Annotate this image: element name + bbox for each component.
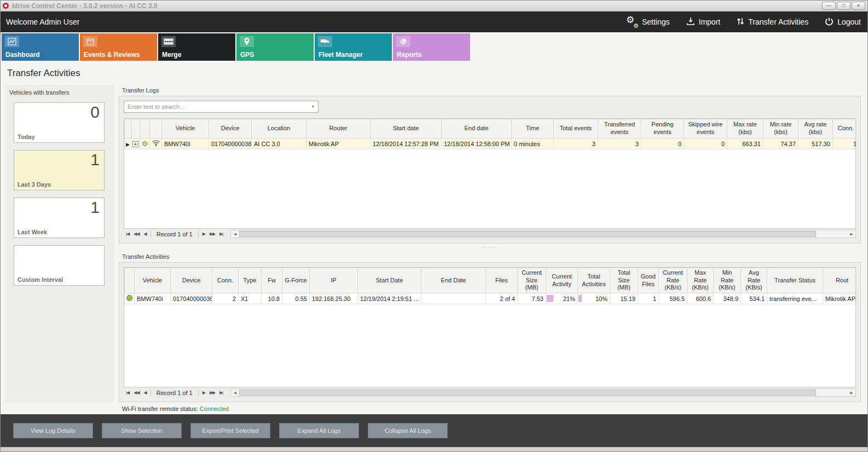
acts-col-status (125, 268, 135, 293)
logs-col-transferred-events[interactable]: Transferred events (598, 119, 641, 138)
acts-col-current-size[interactable]: Current Size (MB) (518, 268, 546, 293)
horizontal-scrollbar[interactable]: ◀ ▶ (230, 389, 856, 397)
tile-merge[interactable]: Merge (158, 33, 235, 61)
acts-col-vehicle[interactable]: Vehicle (135, 268, 171, 293)
logs-col-conn[interactable]: Conn. (833, 119, 857, 138)
acts-col-current-rate[interactable]: Current Rate (KB/s) (659, 268, 687, 293)
logs-col-device[interactable]: Device (209, 119, 252, 138)
table-row[interactable]: ▶ + ⚙ BMW740i 017040000038 AI CC 3.0 Mik… (125, 138, 857, 149)
logs-col-avg-rate[interactable]: Avg rate (kbs) (798, 119, 833, 138)
logs-col-end-date[interactable]: End date (442, 119, 512, 138)
next-record-button[interactable]: ▶ (200, 390, 207, 395)
acts-col-type[interactable]: Type (239, 268, 262, 293)
acts-col-files[interactable]: Files (486, 268, 518, 293)
acts-col-total-size[interactable]: Total Size (MB) (610, 268, 638, 293)
cell-device: 017040000038 (171, 293, 212, 304)
next-record-button[interactable]: ▶ (200, 231, 207, 236)
acts-col-transfer-status[interactable]: Transfer Status (767, 268, 823, 293)
transfer-activities-panel: Vehicle Device Conn. Type Fw G-Force IP … (119, 262, 861, 402)
expand-cell: + (131, 138, 140, 149)
next-page-button[interactable]: ▶▶ (207, 231, 217, 236)
acts-col-router[interactable]: Rout (823, 268, 857, 293)
cell-min-rate: 348.9 (714, 293, 741, 304)
first-record-button[interactable]: |◀ (124, 390, 131, 395)
card-last-3-days-label: Last 3 Days (18, 181, 51, 188)
card-custom-interval[interactable]: Custom Interval (14, 245, 105, 286)
cell-ip: 192.168.25.30 (310, 293, 358, 304)
settings-label: Settings (642, 18, 670, 26)
import-button[interactable]: Import (686, 17, 721, 27)
close-button[interactable]: × (852, 2, 865, 10)
cell-max-rate: 600.6 (687, 293, 714, 304)
prev-page-button[interactable]: ◀◀ (131, 390, 141, 395)
acts-col-good-files[interactable]: Good Files (638, 268, 659, 293)
cell-type: X1 (239, 293, 262, 304)
card-last-week[interactable]: 1 Last Week (14, 198, 105, 238)
card-today[interactable]: 0 Today (14, 102, 105, 143)
logs-col-vehicle[interactable]: Vehicle (162, 119, 209, 138)
collapse-all-logs-button[interactable]: Collapse All Logs (368, 423, 448, 438)
acts-col-device[interactable]: Device (171, 268, 212, 293)
acts-col-conn[interactable]: Conn. (212, 268, 239, 293)
scroll-left-icon[interactable]: ◀ (231, 232, 239, 236)
horizontal-scrollbar[interactable]: ◀ ▶ (230, 230, 856, 238)
search-input[interactable] (124, 103, 308, 110)
logs-col-max-rate[interactable]: Max rate (kbs) (727, 119, 763, 138)
acts-col-ip[interactable]: IP (310, 268, 358, 293)
card-last-3-days[interactable]: 1 Last 3 Days (14, 150, 105, 190)
first-record-button[interactable]: |◀ (124, 231, 131, 236)
acts-col-fw[interactable]: Fw (262, 268, 282, 293)
logout-button[interactable]: Logout (825, 17, 861, 27)
expand-plus-icon[interactable]: + (132, 141, 138, 147)
prev-record-button[interactable]: ◀ (142, 390, 149, 395)
logs-col-total-events[interactable]: Total events (554, 119, 598, 138)
acts-col-gforce[interactable]: G-Force (282, 268, 310, 293)
scrollbar-thumb[interactable] (239, 231, 816, 237)
logs-col-location[interactable]: Location (252, 119, 306, 138)
cell-router: Mikrotik AP (306, 138, 371, 149)
maximize-button[interactable]: □ (837, 2, 850, 10)
transfer-activities-panel-title: Transfer Activities (122, 253, 169, 260)
prev-page-button[interactable]: ◀◀ (131, 231, 141, 236)
logs-col-time[interactable]: Time (512, 119, 554, 138)
tile-gps[interactable]: GPS (236, 33, 314, 61)
wifi-transfer-status: Wi-Fi transfer remote status: Connected (122, 405, 229, 412)
settings-button[interactable]: ⚙ ⚙ Settings (626, 17, 670, 27)
prev-record-button[interactable]: ◀ (142, 231, 149, 236)
next-page-button[interactable]: ▶▶ (207, 390, 217, 395)
scroll-right-icon[interactable]: ▶ (848, 391, 855, 395)
tile-reports[interactable]: Reports (393, 33, 470, 61)
logs-col-start-date[interactable]: Start date (371, 119, 442, 138)
acts-col-avg-rate[interactable]: Avg Rate (KB/s) (741, 268, 767, 293)
tile-dashboard[interactable]: Dashboard (2, 33, 79, 61)
acts-col-min-rate[interactable]: Min Rate (KB/s) (714, 268, 741, 293)
logs-col-min-rate[interactable]: Min rate (kbs) (763, 119, 798, 138)
table-row[interactable]: BMW740i 017040000038 2 X1 10.8 0.55 192.… (125, 293, 857, 304)
expand-all-logs-button[interactable]: Expand All Logs (279, 423, 359, 438)
last-record-button[interactable]: ▶| (217, 390, 225, 395)
scroll-left-icon[interactable]: ◀ (231, 391, 239, 395)
cell-location: AI CC 3.0 (252, 138, 306, 149)
transfer-logs-panel: ▼ (119, 96, 861, 244)
view-log-details-button[interactable]: View Log Details (13, 423, 93, 438)
minimize-button[interactable]: — (822, 2, 836, 10)
acts-col-total-activities[interactable]: Total Activities (578, 268, 610, 293)
acts-col-start-date[interactable]: Start Date (358, 268, 421, 293)
tile-fleet-manager[interactable]: Fleet Manager (315, 33, 392, 61)
logs-col-pending-events[interactable]: Pending events (641, 119, 684, 138)
chevron-down-icon[interactable]: ▼ (308, 105, 318, 108)
scrollbar-thumb[interactable] (239, 390, 816, 396)
transfer-activities-button[interactable]: Transfer Activities (737, 17, 808, 27)
logs-col-router[interactable]: Router (306, 119, 371, 138)
acts-col-end-date[interactable]: End Date (421, 268, 486, 293)
export-print-selected-button[interactable]: Export/Print Selected (190, 423, 270, 438)
acts-col-max-rate[interactable]: Max Rate (KB/s) (687, 268, 714, 293)
acts-col-current-activity[interactable]: Current Activity (546, 268, 578, 293)
show-selection-button[interactable]: Show Selection (102, 423, 182, 438)
scroll-right-icon[interactable]: ▶ (848, 232, 855, 236)
tile-events-reviews[interactable]: Events & Reviews (80, 33, 157, 61)
logs-col-skipped-wire-events[interactable]: Skipped wire events (684, 119, 727, 138)
calendar-icon (83, 36, 97, 47)
last-record-button[interactable]: ▶| (217, 231, 225, 236)
panel-splitter[interactable]: ······ (119, 245, 861, 251)
